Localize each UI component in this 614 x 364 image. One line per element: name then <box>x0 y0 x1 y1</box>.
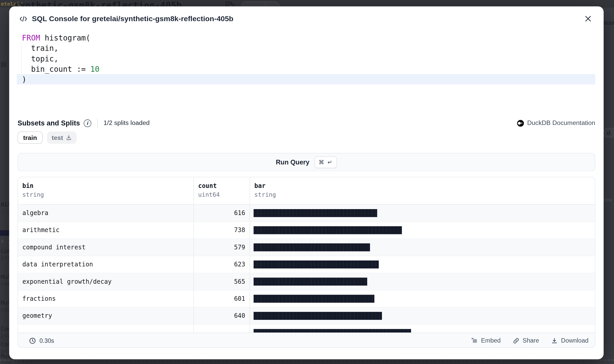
bin-cell: geometry <box>18 307 194 324</box>
background-selected-row-band <box>0 230 9 236</box>
split-button-train[interactable]: train <box>18 131 43 144</box>
background-right-fragment-top: issa <box>603 19 614 26</box>
partial-histogram-bar <box>254 329 411 333</box>
table-row: arithmetic 738 <box>18 222 595 239</box>
results-panel: bin string count uint64 bar string algeb… <box>18 177 595 348</box>
column-header-bin: bin string <box>18 177 194 204</box>
table-row: compound interest 579 <box>18 239 595 256</box>
count-cell <box>194 325 250 333</box>
bar-cell <box>250 307 595 324</box>
editor-indent-guide <box>21 43 22 73</box>
count-cell: 623 <box>194 256 250 273</box>
download-label: Download <box>561 337 588 344</box>
code-line[interactable]: topic, <box>17 53 595 64</box>
count-cell: 640 <box>194 307 250 324</box>
modal-title: SQL Console for gretelai/synthetic-gsm8k… <box>32 14 233 23</box>
split-selector: train test <box>18 131 77 144</box>
bin-cell <box>18 325 194 333</box>
bar-cell <box>250 205 595 221</box>
bin-cell: data interpretation <box>18 256 194 273</box>
results-table-body: algebra 616 arithmetic 738 compound inte… <box>18 205 595 333</box>
column-header-count: count uint64 <box>194 177 250 204</box>
splits-loaded-status: 1/2 splits loaded <box>103 120 149 127</box>
run-query-label: Run Query <box>276 158 309 166</box>
bin-cell: algebra <box>18 205 194 221</box>
histogram-bar <box>254 295 374 303</box>
code-line-active[interactable]: ) <box>17 74 595 84</box>
footer-actions: Embed Share <box>471 337 588 344</box>
count-cell: 601 <box>194 290 250 307</box>
histogram-bar <box>254 278 367 286</box>
subsets-and-splits-row: Subsets and Splits i 1/2 splits loaded <box>18 118 150 128</box>
code-line[interactable]: bin_count := 10 <box>17 64 595 74</box>
table-row: algebra 616 <box>18 205 595 222</box>
share-button[interactable]: Share <box>513 337 539 344</box>
background-right-fragment-mid: row <box>604 197 612 203</box>
histogram-bar <box>254 209 377 217</box>
query-elapsed-time: 0.30s <box>40 337 54 344</box>
embed-icon <box>471 337 478 344</box>
background-right-pill: d <box>603 128 614 137</box>
results-footer: 0.30s Embed <box>18 333 595 348</box>
link-icon <box>513 337 519 344</box>
duckdb-documentation-label: DuckDB Documentation <box>527 120 595 127</box>
table-row: fractions 601 <box>18 290 595 307</box>
count-cell: 565 <box>194 273 250 290</box>
bin-cell: compound interest <box>18 239 194 256</box>
code-icon <box>20 16 27 22</box>
duckdb-documentation-link[interactable]: DuckDB Documentation <box>517 118 595 128</box>
background-dashed-border <box>0 360 614 360</box>
embed-label: Embed <box>481 337 501 344</box>
clock-icon <box>29 337 36 344</box>
bar-cell <box>250 325 595 333</box>
background-row-fragment: req <box>1 360 11 364</box>
sql-console-modal: SQL Console for gretelai/synthetic-gsm8k… <box>9 6 603 359</box>
divider <box>97 118 98 128</box>
download-button[interactable]: Download <box>551 337 588 344</box>
split-button-test[interactable]: test <box>47 131 77 144</box>
table-row-partial <box>18 325 595 333</box>
histogram-bar <box>254 260 379 268</box>
code-line[interactable]: train, <box>17 43 595 53</box>
bar-cell <box>250 256 595 273</box>
bin-cell: exponential growth/decay <box>18 273 194 290</box>
table-row: exponential growth/decay 565 <box>18 273 595 290</box>
close-button[interactable] <box>583 13 593 24</box>
bin-cell: arithmetic <box>18 222 194 239</box>
bar-cell <box>250 273 595 290</box>
count-cell: 579 <box>194 239 250 256</box>
bin-cell: fractions <box>18 290 194 307</box>
bar-cell <box>250 239 595 256</box>
count-cell: 616 <box>194 205 250 221</box>
column-header-bar: bar string <box>250 177 595 204</box>
share-label: Share <box>523 337 539 344</box>
duckdb-logo-icon <box>517 120 524 126</box>
download-split-icon <box>66 134 72 140</box>
run-query-button[interactable]: Run Query ⌘ ↵ <box>18 153 595 171</box>
bar-cell <box>250 290 595 307</box>
modal-header: SQL Console for gretelai/synthetic-gsm8k… <box>9 6 603 31</box>
count-cell: 738 <box>194 222 250 239</box>
table-row: geometry 640 <box>18 307 595 325</box>
subsets-heading: Subsets and Splits <box>18 119 80 127</box>
histogram-bar <box>254 226 402 234</box>
sql-editor[interactable]: FROM histogram( train, topic, bin_count … <box>17 33 595 85</box>
keyboard-shortcut-badge: ⌘ ↵ <box>314 156 337 168</box>
table-row: data interpretation 623 <box>18 256 595 273</box>
code-line[interactable]: FROM histogram( <box>17 33 595 43</box>
histogram-bar <box>254 312 382 320</box>
info-icon[interactable]: i <box>83 119 91 127</box>
bar-cell <box>250 222 595 239</box>
embed-button[interactable]: Embed <box>471 337 501 344</box>
results-table-header: bin string count uint64 bar string <box>18 177 595 205</box>
close-icon <box>585 15 592 22</box>
histogram-bar <box>254 243 370 251</box>
download-icon <box>551 337 558 344</box>
background-meta-fragment: 4 ⌄ <box>1 238 10 244</box>
